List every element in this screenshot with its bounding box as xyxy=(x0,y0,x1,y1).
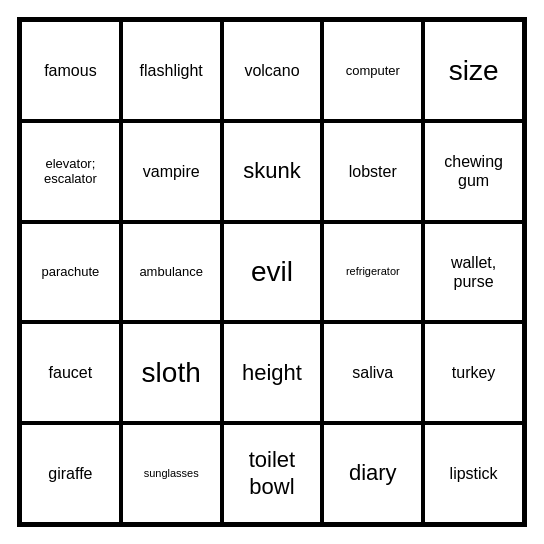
bingo-cell-r4c0: giraffe xyxy=(20,423,121,524)
bingo-cell-r1c4: chewinggum xyxy=(423,121,524,222)
cell-text-r0c2: volcano xyxy=(244,61,299,80)
bingo-cell-r0c2: volcano xyxy=(222,20,323,121)
bingo-cell-r3c0: faucet xyxy=(20,322,121,423)
cell-text-r4c0: giraffe xyxy=(48,464,92,483)
cell-text-r3c4: turkey xyxy=(452,363,496,382)
cell-text-r1c0: elevator;escalator xyxy=(44,156,97,187)
bingo-cell-r0c4: size xyxy=(423,20,524,121)
bingo-cell-r0c0: famous xyxy=(20,20,121,121)
cell-text-r3c0: faucet xyxy=(49,363,93,382)
bingo-cell-r2c3: refrigerator xyxy=(322,222,423,323)
bingo-cell-r1c2: skunk xyxy=(222,121,323,222)
cell-text-r0c4: size xyxy=(449,54,499,88)
cell-text-r0c3: computer xyxy=(346,63,400,79)
cell-text-r3c1: sloth xyxy=(142,356,201,390)
bingo-cell-r1c1: vampire xyxy=(121,121,222,222)
cell-text-r3c2: height xyxy=(242,360,302,386)
bingo-cell-r4c2: toiletbowl xyxy=(222,423,323,524)
cell-text-r2c4: wallet,purse xyxy=(451,253,496,291)
cell-text-r4c3: diary xyxy=(349,460,397,486)
cell-text-r2c1: ambulance xyxy=(139,264,203,280)
bingo-cell-r1c3: lobster xyxy=(322,121,423,222)
bingo-cell-r3c4: turkey xyxy=(423,322,524,423)
bingo-cell-r2c0: parachute xyxy=(20,222,121,323)
cell-text-r3c3: saliva xyxy=(352,363,393,382)
bingo-cell-r4c4: lipstick xyxy=(423,423,524,524)
cell-text-r4c4: lipstick xyxy=(450,464,498,483)
bingo-cell-r4c3: diary xyxy=(322,423,423,524)
bingo-cell-r1c0: elevator;escalator xyxy=(20,121,121,222)
cell-text-r2c2: evil xyxy=(251,255,293,289)
bingo-cell-r2c4: wallet,purse xyxy=(423,222,524,323)
bingo-cell-r2c2: evil xyxy=(222,222,323,323)
bingo-cell-r2c1: ambulance xyxy=(121,222,222,323)
cell-text-r0c1: flashlight xyxy=(140,61,203,80)
cell-text-r1c3: lobster xyxy=(349,162,397,181)
cell-text-r2c0: parachute xyxy=(41,264,99,280)
cell-text-r1c2: skunk xyxy=(243,158,300,184)
bingo-cell-r3c3: saliva xyxy=(322,322,423,423)
cell-text-r4c1: sunglasses xyxy=(144,467,199,480)
bingo-cell-r3c2: height xyxy=(222,322,323,423)
bingo-cell-r0c1: flashlight xyxy=(121,20,222,121)
bingo-board: famousflashlightvolcanocomputersizeeleva… xyxy=(17,17,527,527)
cell-text-r1c1: vampire xyxy=(143,162,200,181)
cell-text-r4c2: toiletbowl xyxy=(249,447,295,500)
bingo-cell-r4c1: sunglasses xyxy=(121,423,222,524)
cell-text-r2c3: refrigerator xyxy=(346,265,400,278)
cell-text-r1c4: chewinggum xyxy=(444,152,503,190)
bingo-cell-r3c1: sloth xyxy=(121,322,222,423)
bingo-cell-r0c3: computer xyxy=(322,20,423,121)
cell-text-r0c0: famous xyxy=(44,61,96,80)
